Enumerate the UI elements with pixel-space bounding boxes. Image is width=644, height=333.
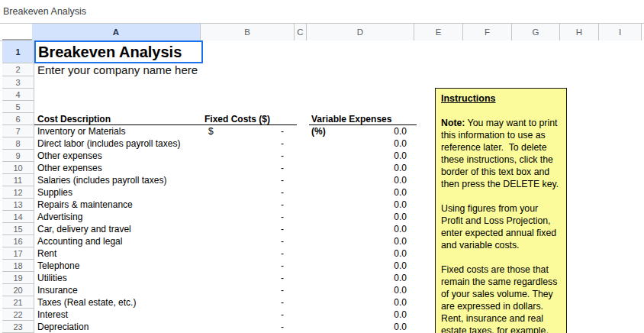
variable-expense-cell[interactable]: 0.0 — [309, 211, 417, 223]
cost-description-cell[interactable]: Rent — [34, 247, 203, 260]
fixed-cost-cell[interactable]: - — [203, 223, 297, 235]
fixed-cost-cell[interactable]: - — [203, 272, 297, 284]
column-header-I[interactable]: I — [599, 24, 642, 40]
cost-description-cell[interactable]: Interest — [34, 309, 203, 321]
variable-expense-cell[interactable]: 0.0 — [309, 235, 417, 247]
cost-description-cell[interactable]: Insurance — [34, 284, 203, 296]
variable-expense-cell[interactable]: 0.0 — [309, 162, 417, 174]
instructions-textbox[interactable]: Instructions Note: You may want to print… — [435, 88, 567, 333]
row-header-15[interactable]: 15 — [2, 223, 34, 235]
fixed-cost-cell[interactable]: - — [203, 186, 297, 199]
fixed-cost-cell[interactable]: - — [203, 137, 297, 150]
variable-expense-cell[interactable]: 0.0 — [309, 284, 417, 296]
row-header-20[interactable]: 20 — [2, 284, 34, 296]
cost-description-cell[interactable]: Taxes (Real estate, etc.) — [34, 296, 203, 309]
row-header-6[interactable]: 6 — [2, 113, 34, 125]
cost-description-cell[interactable]: Utilities — [34, 272, 203, 284]
row-header-18[interactable]: 18 — [2, 260, 34, 272]
variable-expenses-header[interactable]: Variable Expenses (%) — [309, 113, 417, 125]
cost-description-cell[interactable]: Car, delivery and travel — [34, 223, 203, 235]
instructions-line: reference later. To delete — [441, 141, 563, 154]
instructions-paragraph: Using figures from yourProfit and Loss P… — [441, 202, 563, 251]
select-all-corner[interactable] — [2, 24, 34, 40]
variable-expense-cell[interactable]: 0.0 — [309, 137, 417, 150]
variable-expense-cell[interactable]: 0.0 — [309, 199, 417, 211]
fixed-costs-header[interactable]: Fixed Costs ($) — [203, 113, 297, 125]
row-header-7[interactable]: 7 — [2, 125, 34, 137]
cost-description-cell[interactable]: Advertising — [34, 211, 203, 223]
fixed-cost-cell[interactable]: - — [203, 260, 297, 272]
column-header-B[interactable]: B — [201, 24, 295, 40]
cost-description-cell[interactable]: Accounting and legal — [34, 235, 203, 247]
row-header-16[interactable]: 16 — [2, 235, 34, 247]
row-header-14[interactable]: 14 — [2, 211, 34, 223]
variable-expense-cell[interactable]: 0.0 — [309, 272, 417, 284]
column-header-D[interactable]: D — [307, 24, 414, 40]
row-header-22[interactable]: 22 — [2, 309, 34, 321]
column-header-E[interactable]: E — [414, 24, 463, 40]
row-header-11[interactable]: 11 — [2, 174, 34, 186]
row-header-1[interactable]: 1 — [2, 40, 34, 63]
column-header-H[interactable]: H — [560, 24, 599, 40]
instructions-line: then press the DELETE key. — [441, 178, 563, 190]
company-name-cell[interactable]: Enter your company name here — [34, 63, 198, 76]
row-header-2[interactable]: 2 — [2, 63, 34, 76]
currency-symbol: $ — [208, 125, 214, 137]
cost-description-cell[interactable]: Other expenses — [34, 150, 203, 162]
variable-expense-cell[interactable]: 0.0 — [309, 150, 417, 162]
fixed-cost-cell[interactable]: - — [203, 309, 297, 321]
row-header-8[interactable]: 8 — [2, 137, 34, 150]
fixed-cost-cell[interactable]: $- — [203, 125, 297, 137]
variable-expense-cell[interactable]: 0.0 — [309, 321, 417, 333]
variable-expense-cell[interactable]: 0.0 — [309, 125, 417, 137]
variable-expense-cell[interactable]: 0.0 — [309, 174, 417, 186]
cost-description-cell[interactable]: Repairs & maintenance — [34, 199, 203, 211]
fixed-cost-cell[interactable]: - — [203, 235, 297, 247]
fixed-cost-cell[interactable]: - — [203, 211, 297, 223]
row-header-13[interactable]: 13 — [2, 199, 34, 211]
variable-expense-cell[interactable]: 0.0 — [309, 223, 417, 235]
fixed-cost-cell[interactable]: - — [203, 284, 297, 296]
column-header-A[interactable]: A — [32, 24, 201, 40]
variable-expense-cell[interactable]: 0.0 — [309, 309, 417, 321]
row-header-9[interactable]: 9 — [2, 150, 34, 162]
column-header-C[interactable]: C — [295, 24, 307, 40]
row-header-21[interactable]: 21 — [2, 296, 34, 309]
cost-description-cell[interactable]: Depreciation — [34, 321, 203, 333]
cost-description-cell[interactable]: Direct labor (includes payroll taxes) — [34, 137, 203, 150]
cost-description-header[interactable]: Cost Description — [34, 113, 203, 125]
variable-expense-cell[interactable]: 0.0 — [309, 247, 417, 260]
fixed-cost-cell[interactable]: - — [203, 247, 297, 260]
fixed-cost-cell[interactable]: - — [203, 296, 297, 309]
fixed-cost-cell[interactable]: - — [203, 199, 297, 211]
instructions-line: of your sales volume. They — [441, 288, 563, 300]
row-header-3[interactable]: 3 — [2, 76, 34, 89]
row-header-23[interactable]: 23 — [2, 321, 34, 333]
variable-expense-cell[interactable]: 0.0 — [309, 260, 417, 272]
instructions-paragraph: Fixed costs are those thatremain the sam… — [441, 263, 563, 333]
fixed-cost-cell[interactable]: - — [203, 162, 297, 174]
row-header-17[interactable]: 17 — [2, 247, 34, 260]
cost-description-cell[interactable]: Inventory or Materials — [34, 125, 203, 137]
selected-cell-a1[interactable]: Breakeven Analysis — [34, 40, 203, 63]
column-header-F[interactable]: F — [463, 24, 512, 40]
row-header-10[interactable]: 10 — [2, 162, 34, 174]
sheet-title: Breakeven Analysis — [0, 6, 86, 17]
instructions-line: border of this text box and — [441, 166, 563, 178]
cost-description-cell[interactable]: Telephone — [34, 260, 203, 272]
row-header-5[interactable]: 5 — [2, 101, 34, 113]
column-header-G[interactable]: G — [512, 24, 560, 40]
row-header-4[interactable]: 4 — [2, 89, 34, 101]
cost-description-cell[interactable]: Other expenses — [34, 162, 203, 174]
instructions-line: Fixed costs are those that — [441, 263, 563, 276]
instructions-paragraph: Note: You may want to printthis informat… — [441, 117, 563, 190]
cost-description-cell[interactable]: Salaries (includes payroll taxes) — [34, 174, 203, 186]
fixed-cost-cell[interactable]: - — [203, 321, 297, 333]
variable-expense-cell[interactable]: 0.0 — [309, 186, 417, 199]
row-header-19[interactable]: 19 — [2, 272, 34, 284]
fixed-cost-cell[interactable]: - — [203, 150, 297, 162]
variable-expense-cell[interactable]: 0.0 — [309, 296, 417, 309]
row-header-12[interactable]: 12 — [2, 186, 34, 199]
cost-description-cell[interactable]: Supplies — [34, 186, 203, 199]
fixed-cost-cell[interactable]: - — [203, 174, 297, 186]
